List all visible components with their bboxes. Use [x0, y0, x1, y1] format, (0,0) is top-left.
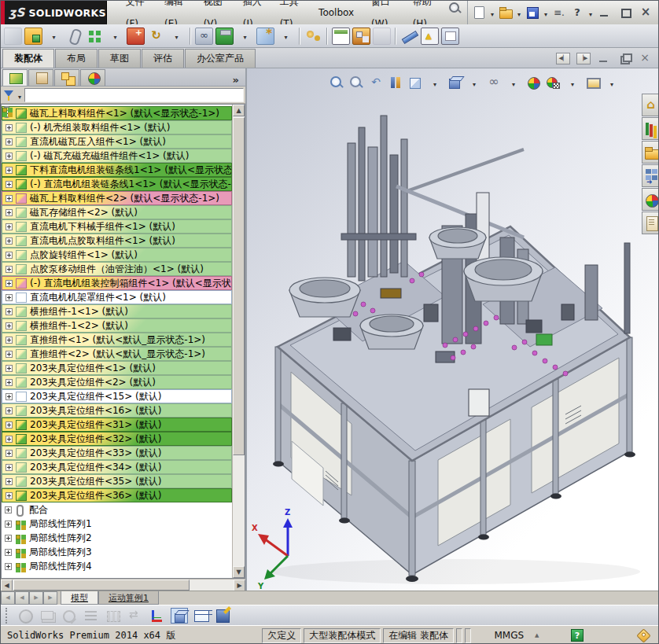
commandmanager-tab[interactable]: 办公室产品	[185, 49, 256, 68]
bill-of-materials-icon[interactable]	[332, 28, 350, 45]
expand-icon[interactable]	[6, 464, 13, 471]
new-motion-study-icon[interactable]	[304, 28, 322, 45]
minimize-button[interactable]	[597, 6, 613, 19]
tree-item[interactable]: 局部线性阵列3	[2, 545, 232, 559]
tree-item[interactable]: (-) 机壳组装取料组件<1> (默认)	[2, 120, 232, 134]
expand-icon[interactable]	[6, 237, 13, 245]
expand-icon[interactable]	[6, 492, 13, 499]
propertymanager-tab[interactable]	[28, 69, 53, 86]
expand-icon[interactable]	[5, 549, 12, 556]
tab-nav-button[interactable]: ◀	[1, 591, 15, 605]
smart-fasteners-icon[interactable]	[127, 28, 145, 45]
expand-icon[interactable]	[6, 365, 13, 372]
coordinate-system-icon[interactable]	[149, 608, 166, 624]
tab-nav-button[interactable]: ◀	[15, 591, 29, 605]
expand-icon[interactable]	[5, 563, 12, 570]
linear-component-pattern-icon[interactable]	[86, 28, 104, 45]
expand-icon[interactable]	[6, 436, 13, 443]
quick-tips-button[interactable]: ?	[571, 629, 584, 642]
appearances-scenes-icon[interactable]	[642, 188, 659, 211]
view-orientation-icon[interactable]	[407, 75, 423, 90]
dropdown-arrow[interactable]	[466, 75, 482, 90]
expand-icon[interactable]	[5, 535, 12, 542]
restore-button[interactable]	[617, 6, 633, 19]
toolbar-drag-handle[interactable]	[6, 608, 10, 624]
overflow-chevron[interactable]: »	[233, 74, 245, 86]
tree-item[interactable]: 局部线性阵列4	[2, 559, 232, 573]
tree-item[interactable]: 磁瓦上料取料组件<2> (默认<显示状态-1>)	[2, 191, 232, 205]
graphics-viewport[interactable]: Z X Y	[247, 68, 659, 591]
expand-icon[interactable]	[6, 252, 13, 259]
tree-item[interactable]: 磁瓦存储组件<2> (默认)	[2, 205, 232, 219]
expand-icon[interactable]	[6, 351, 13, 358]
route-line-icon[interactable]	[400, 28, 418, 45]
grid-settings-icon[interactable]	[105, 608, 122, 624]
units-selector[interactable]: MMGS ▲	[473, 628, 560, 643]
filter-input[interactable]	[24, 88, 244, 102]
document-restore-button[interactable]	[617, 53, 631, 64]
view-settings-icon[interactable]	[584, 75, 600, 90]
move-component-icon[interactable]	[147, 28, 165, 45]
tree-item[interactable]: 直流电机点胶取料组件<1> (默认)	[2, 234, 232, 248]
edit-appearance-icon[interactable]	[525, 75, 541, 90]
zebra-stripes-icon[interactable]	[17, 608, 34, 624]
expand-icon[interactable]	[6, 153, 13, 160]
menu-item[interactable]: Toolbox	[311, 2, 362, 24]
expand-icon[interactable]	[6, 280, 13, 287]
dropdown-arrow[interactable]	[604, 75, 620, 90]
expand-icon[interactable]	[6, 450, 13, 457]
expand-icon[interactable]	[6, 337, 13, 344]
dropdown-arrow[interactable]	[587, 5, 594, 20]
tree-item[interactable]: 横推组件-1<2> (默认)	[2, 318, 232, 333]
tree-item[interactable]: 下料直流电机组装链条线1<1> (默认<显示状态-	[2, 163, 232, 177]
tree-item[interactable]: 直推组件<1> (默认<默认_显示状态-1>)	[2, 333, 232, 347]
tree-item[interactable]: 直推组件<2> (默认<默认_显示状态-1>)	[2, 347, 232, 361]
tree-item[interactable]: 配合	[2, 502, 232, 517]
tab-nav-button[interactable]: ▶	[29, 591, 43, 605]
expand-icon[interactable]	[6, 266, 13, 273]
dropdown-arrow[interactable]	[543, 5, 549, 20]
insert-component-icon[interactable]	[4, 28, 22, 45]
interference-detection-icon[interactable]	[421, 28, 439, 45]
open-part-icon[interactable]	[24, 28, 42, 45]
expand-icon[interactable]	[6, 393, 13, 400]
scroll-down-button[interactable]: ▼	[233, 566, 245, 578]
dropdown-arrow[interactable]	[106, 28, 124, 45]
tag-icon[interactable]	[636, 628, 650, 642]
annotations-icon[interactable]	[83, 608, 100, 624]
expand-icon[interactable]	[6, 181, 13, 188]
expand-icon[interactable]	[6, 322, 13, 329]
expand-icon[interactable]	[6, 294, 13, 301]
section-view-icon[interactable]	[388, 75, 403, 90]
tree-item[interactable]: 203夹具定位组件<2> (默认)	[2, 375, 232, 389]
file-explorer-icon[interactable]	[642, 141, 659, 164]
dropdown-arrow[interactable]	[168, 28, 186, 45]
expand-icon[interactable]	[5, 506, 12, 513]
expand-icon[interactable]	[6, 167, 13, 174]
document-minimize-button[interactable]	[597, 53, 611, 64]
document-tab[interactable]: 运动算例1	[98, 591, 159, 605]
design-table-icon[interactable]	[193, 608, 210, 624]
tree-item[interactable]: 203夹具定位组件<16> (默认)	[2, 403, 232, 418]
expand-icon[interactable]	[6, 478, 13, 485]
document-tab[interactable]: 模型	[61, 591, 98, 605]
compare-icon[interactable]	[127, 608, 144, 624]
tree-item[interactable]: 203夹具定位组件<15> (默认)	[2, 389, 232, 403]
expand-icon[interactable]	[6, 421, 13, 429]
scroll-right-button[interactable]: ▶	[234, 580, 245, 591]
scroll-up-button[interactable]: ▲	[233, 105, 245, 116]
save-document-icon[interactable]	[525, 5, 540, 20]
resources-home-icon[interactable]	[642, 94, 659, 116]
zoom-to-fit-icon[interactable]	[329, 75, 344, 90]
tree-vertical-scrollbar[interactable]: ▲ ▼	[232, 105, 245, 578]
save-bodies-icon[interactable]	[215, 608, 232, 624]
close-button[interactable]: ×	[638, 6, 653, 19]
separator[interactable]	[299, 28, 300, 45]
help-icon[interactable]: ?	[569, 5, 585, 20]
tree-item[interactable]: 203夹具定位组件<31> (默认)	[2, 418, 232, 432]
edit-sketch-icon[interactable]	[61, 608, 78, 624]
mate-icon[interactable]	[65, 28, 83, 45]
expand-icon[interactable]	[6, 209, 13, 216]
commandmanager-tab[interactable]: 草图	[98, 49, 141, 68]
tree-item[interactable]: (-) 直流电机组装链条线1<1> (默认<显示状态-	[2, 177, 232, 191]
